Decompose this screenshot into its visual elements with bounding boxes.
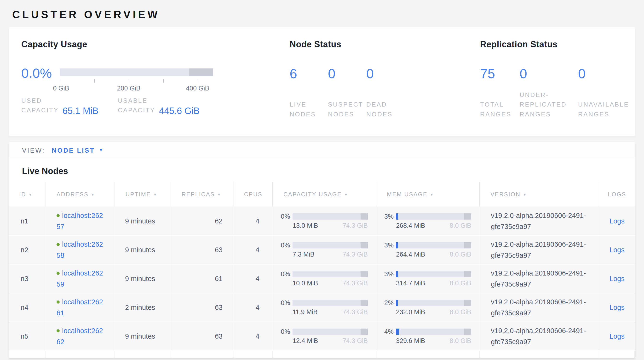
mem-usage-bar <box>396 242 471 248</box>
node-uptime: 9 minutes <box>125 275 155 283</box>
bar-endcap <box>360 271 368 277</box>
suspect-nodes-label: SUSPECT NODES <box>328 100 366 119</box>
logs-link[interactable]: Logs <box>610 246 624 254</box>
table-row: n2 localhost:26258 9 minutes 63 4 0% 7.3… <box>8 236 636 264</box>
table-header-row: ID▼ ADDRESS▼ UPTIME▼ REPLICAS▼ CPUS CAPA… <box>8 182 636 207</box>
table-row: n5 localhost:26262 9 minutes 63 4 0% 12.… <box>8 322 636 351</box>
table-row: n3 localhost:26259 9 minutes 61 4 0% 10.… <box>8 264 636 293</box>
logs-link[interactable]: Logs <box>610 217 624 225</box>
live-status-dot-icon <box>56 300 60 304</box>
capacity-usage-bar <box>292 271 368 277</box>
sort-arrow-icon: ▼ <box>344 193 348 197</box>
node-address-link[interactable]: localhost:26259 <box>56 268 104 290</box>
axis-tick <box>94 79 95 83</box>
column-header-id[interactable]: ID▼ <box>8 182 46 207</box>
logs-link[interactable]: Logs <box>610 332 624 340</box>
node-id: n4 <box>20 304 28 311</box>
node-id: n1 <box>20 217 28 225</box>
node-uptime: 9 minutes <box>125 246 155 254</box>
bar-endcap <box>464 213 471 220</box>
dead-nodes-label: DEAD NODES <box>366 100 405 119</box>
replication-status-panel: Replication Status 75 TOTAL RANGES 0 UND… <box>480 39 636 136</box>
under-replicated-ranges-label: UNDER-REPLICATED RANGES <box>520 90 578 119</box>
used-capacity-label: USED CAPACITY <box>21 96 62 115</box>
column-header-cpus: CPUS <box>234 182 273 207</box>
table-row: n4 localhost:26261 2 minutes 63 4 0% 11.… <box>8 293 636 322</box>
total-ranges-stat: 75 TOTAL RANGES <box>480 67 520 119</box>
sort-arrow-icon: ▼ <box>523 193 527 197</box>
axis-tick <box>198 79 198 83</box>
column-header-uptime[interactable]: UPTIME▼ <box>115 182 171 207</box>
capacity-usage-bar <box>292 328 368 335</box>
node-address-link[interactable]: localhost:26261 <box>56 296 104 319</box>
live-nodes-title: Live Nodes <box>8 159 636 182</box>
logs-link[interactable]: Logs <box>610 304 624 311</box>
column-header-version[interactable]: VERSION▼ <box>480 182 599 207</box>
mem-usage-bar <box>396 328 471 335</box>
node-id: n3 <box>20 275 28 283</box>
capacity-usage-cell: 0% 11.9 MiB 74.3 GiB <box>276 299 368 316</box>
replication-status-title: Replication Status <box>480 39 636 49</box>
node-cpus: 4 <box>256 275 260 283</box>
suspect-nodes-count: 0 <box>328 67 366 81</box>
usable-capacity-value: 445.6 GiB <box>159 106 200 116</box>
logs-link[interactable]: Logs <box>610 275 624 283</box>
sort-arrow-icon: ▼ <box>430 193 434 197</box>
column-header-mem-usage[interactable]: MEM USAGE▼ <box>376 182 480 207</box>
live-nodes-stat: 6 LIVE NODES <box>290 67 328 119</box>
column-header-capacity-usage[interactable]: CAPACITY USAGE▼ <box>273 182 376 207</box>
mem-usage-cell: 3% 314.7 MiB 8.0 GiB <box>380 270 471 287</box>
node-uptime: 9 minutes <box>125 217 155 225</box>
node-id: n2 <box>20 246 28 254</box>
node-address-link[interactable]: localhost:26258 <box>56 239 104 261</box>
column-header-logs: LOGS <box>599 182 635 207</box>
column-header-replicas[interactable]: REPLICAS▼ <box>171 182 234 207</box>
usable-capacity-stat: USABLE CAPACITY 445.6 GiB <box>118 96 200 115</box>
node-version: v19.2.0-alpha.20190606-2491-gfe735c9a97 <box>491 239 594 261</box>
node-uptime: 9 minutes <box>125 332 155 340</box>
axis-tick-label: 0 GiB <box>53 85 69 92</box>
capacity-usage-cell: 0% 10.0 MiB 74.3 GiB <box>276 270 368 287</box>
table-body: n1 localhost:26257 9 minutes 62 4 0% 13.… <box>8 207 636 351</box>
bar-endcap <box>464 328 471 335</box>
unavailable-ranges-count: 0 <box>578 67 635 81</box>
capacity-usage-bar <box>292 300 368 306</box>
sort-arrow-icon: ▼ <box>217 193 222 197</box>
node-uptime: 2 minutes <box>125 304 155 311</box>
axis-tick <box>163 79 164 83</box>
capacity-bar-endcap <box>189 68 213 76</box>
live-status-dot-icon <box>56 329 60 332</box>
table-row-partial <box>8 351 636 358</box>
axis-tick <box>60 79 60 83</box>
capacity-usage-bar <box>292 242 368 248</box>
mem-usage-cell: 3% 268.4 MiB 8.0 GiB <box>380 213 471 229</box>
capacity-usage-panel: Capacity Usage 0.0% 0 GiB 200 GiB 400 Gi… <box>21 39 290 136</box>
chevron-down-icon[interactable]: ▼ <box>99 147 103 153</box>
view-label: VIEW: <box>22 147 45 154</box>
node-status-title: Node Status <box>290 39 480 49</box>
bar-endcap <box>360 328 368 335</box>
summary-card: Capacity Usage 0.0% 0 GiB 200 GiB 400 Gi… <box>8 27 636 136</box>
node-replicas: 61 <box>215 275 222 283</box>
mem-usage-cell: 2% 232.0 MiB 8.0 GiB <box>380 299 471 316</box>
capacity-usage-cell: 0% 13.0 MiB 74.3 GiB <box>276 213 368 229</box>
bar-endcap <box>360 213 368 220</box>
node-version: v19.2.0-alpha.20190606-2491-gfe735c9a97 <box>491 325 594 347</box>
node-replicas: 62 <box>215 217 222 225</box>
used-capacity-stat: USED CAPACITY 65.1 MiB <box>21 96 118 115</box>
capacity-usage-cell: 0% 7.3 MiB 74.3 GiB <box>276 242 368 258</box>
mem-usage-bar <box>396 300 471 306</box>
capacity-gauge: 0 GiB 200 GiB 400 GiB <box>60 68 213 80</box>
sort-arrow-icon: ▼ <box>153 193 158 197</box>
node-address-link[interactable]: localhost:26257 <box>56 210 104 232</box>
usable-capacity-label: USABLE CAPACITY <box>118 96 159 115</box>
sort-arrow-icon: ▼ <box>91 193 95 197</box>
under-replicated-ranges-count: 0 <box>520 67 578 81</box>
node-cpus: 4 <box>256 217 260 225</box>
view-selector-dropdown[interactable]: NODE LIST <box>52 147 95 154</box>
unavailable-ranges-label: UNAVAILABLE RANGES <box>578 100 635 119</box>
node-cpus: 4 <box>256 246 260 254</box>
live-nodes-count: 6 <box>290 67 328 81</box>
column-header-address[interactable]: ADDRESS▼ <box>46 182 115 207</box>
node-address-link[interactable]: localhost:26262 <box>56 325 104 347</box>
